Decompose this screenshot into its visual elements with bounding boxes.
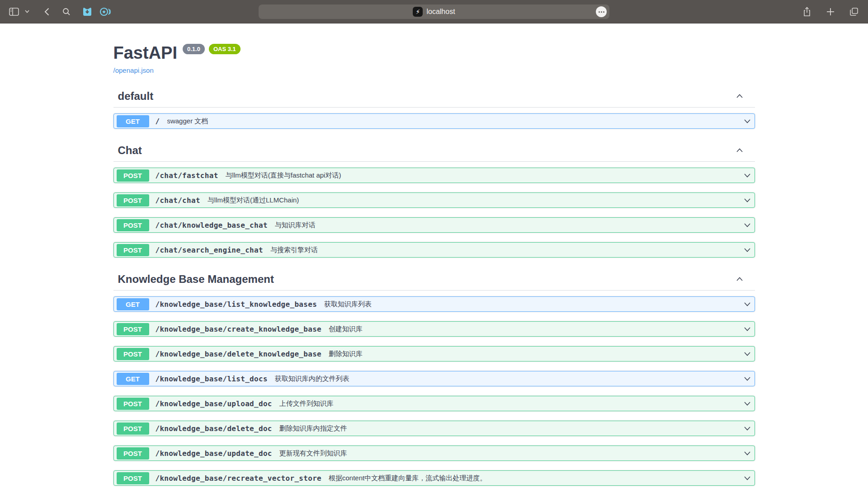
section-header[interactable]: default — [113, 88, 755, 108]
extension-bookmark-icon — [82, 6, 92, 17]
endpoint-description: 与知识库对话 — [275, 221, 316, 230]
more-options-icon — [599, 11, 604, 13]
more-options-button[interactable] — [596, 6, 607, 17]
endpoint-path: /chat/knowledge_base_chat — [156, 221, 268, 230]
sidebar-menu-button[interactable] — [24, 5, 31, 19]
expand-icon[interactable] — [743, 245, 752, 254]
method-badge: GET — [117, 373, 149, 385]
expand-icon[interactable] — [743, 374, 752, 383]
method-badge: POST — [117, 323, 149, 335]
endpoint-path: /knowledge_base/upload_doc — [156, 399, 272, 408]
endpoint-description: 获取知识库内的文件列表 — [275, 375, 349, 383]
endpoint-description: 删除知识库内指定文件 — [279, 424, 347, 433]
expand-icon[interactable] — [743, 399, 752, 408]
method-badge: POST — [117, 447, 149, 460]
expand-icon[interactable] — [743, 171, 752, 180]
sidebar-toggle-icon — [9, 8, 19, 16]
collapse-icon[interactable] — [735, 275, 744, 284]
section-title: Knowledge Base Management — [118, 273, 274, 286]
sidebar-toggle-button[interactable] — [7, 5, 21, 19]
swagger-page: FastAPI 0.1.0 OAS 3.1 /openapi.json defa… — [0, 23, 868, 486]
method-badge: GET — [117, 298, 149, 310]
endpoint-path: /knowledge_base/delete_knowledge_base — [156, 350, 322, 358]
endpoint-row[interactable]: POST /knowledge_base/create_knowledge_ba… — [113, 321, 755, 337]
tab-overview-button[interactable] — [847, 5, 861, 19]
endpoint-row[interactable]: GET / swagger 文档 — [113, 113, 755, 129]
back-button[interactable] — [40, 5, 53, 19]
section-header[interactable]: Chat — [113, 142, 755, 162]
collapse-icon[interactable] — [735, 146, 744, 155]
api-title-text: FastAPI — [113, 43, 177, 63]
endpoint-path: /knowledge_base/update_doc — [156, 449, 272, 458]
browser-toolbar: ⚡ localhost — [0, 0, 868, 23]
expand-icon[interactable] — [743, 424, 752, 433]
tab-overview-icon — [849, 7, 859, 16]
chevron-down-icon — [25, 10, 29, 13]
endpoint-row[interactable]: POST /chat/chat 与llm模型对话(通过LLMChain) — [113, 192, 755, 208]
section-header[interactable]: Knowledge Base Management — [113, 271, 755, 291]
tag-section: Chat POST /chat/fastchat 与llm模型对话(直接与fas… — [113, 142, 755, 258]
page-title: FastAPI 0.1.0 OAS 3.1 — [113, 43, 755, 63]
extension-rings-button[interactable] — [99, 5, 112, 19]
oas-badge: OAS 3.1 — [209, 44, 241, 54]
address-bar-host: localhost — [426, 8, 455, 16]
api-sections: default GET / swagger 文档 Chat POST — [113, 88, 755, 486]
share-button[interactable] — [800, 5, 814, 19]
endpoint-description: 与llm模型对话(通过LLMChain) — [208, 196, 299, 205]
endpoint-path: /knowledge_base/create_knowledge_base — [156, 325, 322, 333]
endpoint-row[interactable]: GET /knowledge_base/list_docs 获取知识库内的文件列… — [113, 371, 755, 386]
expand-icon[interactable] — [743, 449, 752, 458]
section-title: Chat — [118, 144, 142, 157]
endpoint-description: 更新现有文件到知识库 — [279, 449, 347, 458]
method-badge: POST — [117, 169, 149, 182]
expand-icon[interactable] — [743, 300, 752, 309]
endpoint-description: 根据content中文档重建向量库，流式输出处理进度。 — [329, 474, 486, 483]
endpoint-list: GET / swagger 文档 — [113, 113, 755, 129]
endpoint-row[interactable]: POST /chat/knowledge_base_chat 与知识库对话 — [113, 217, 755, 233]
new-tab-button[interactable] — [824, 5, 837, 19]
method-badge: POST — [117, 398, 149, 410]
endpoint-row[interactable]: POST /knowledge_base/delete_doc 删除知识库内指定… — [113, 421, 755, 436]
method-badge: POST — [117, 194, 149, 206]
openapi-link[interactable]: /openapi.json — [113, 66, 154, 74]
endpoint-path: /knowledge_base/list_docs — [156, 375, 268, 383]
endpoint-row[interactable]: POST /chat/fastchat 与llm模型对话(直接与fastchat… — [113, 168, 755, 183]
version-badge: 0.1.0 — [183, 44, 205, 54]
endpoint-description: 与llm模型对话(直接与fastchat api对话) — [226, 171, 341, 180]
endpoint-row[interactable]: POST /knowledge_base/delete_knowledge_ba… — [113, 346, 755, 361]
endpoint-list: GET /knowledge_base/list_knowledge_bases… — [113, 296, 755, 486]
expand-icon[interactable] — [743, 474, 752, 483]
search-button[interactable] — [60, 5, 73, 19]
endpoint-row[interactable]: POST /knowledge_base/upload_doc 上传文件到知识库 — [113, 396, 755, 411]
endpoint-description: 与搜索引擎对话 — [270, 246, 318, 254]
endpoint-path: /chat/fastchat — [156, 171, 218, 180]
endpoint-path: /chat/search_engine_chat — [156, 246, 263, 254]
endpoint-path: /knowledge_base/list_knowledge_bases — [156, 300, 317, 309]
expand-icon[interactable] — [743, 221, 752, 230]
endpoint-row[interactable]: POST /knowledge_base/update_doc 更新现有文件到知… — [113, 446, 755, 461]
collapse-icon[interactable] — [735, 92, 744, 101]
method-badge: POST — [117, 472, 149, 484]
endpoint-row[interactable]: GET /knowledge_base/list_knowledge_bases… — [113, 296, 755, 312]
endpoint-list: POST /chat/fastchat 与llm模型对话(直接与fastchat… — [113, 168, 755, 258]
method-badge: POST — [117, 219, 149, 231]
extension-bookmark-button[interactable] — [80, 5, 94, 19]
new-tab-icon — [826, 8, 835, 16]
page-favicon: ⚡ — [413, 7, 423, 17]
method-badge: GET — [117, 115, 149, 127]
expand-icon[interactable] — [743, 349, 752, 358]
endpoint-path: /chat/chat — [156, 196, 200, 205]
expand-icon[interactable] — [743, 196, 752, 205]
back-icon — [44, 8, 49, 16]
method-badge: POST — [117, 422, 149, 435]
search-icon — [62, 8, 71, 16]
endpoint-path: / — [156, 117, 160, 126]
expand-icon[interactable] — [743, 324, 752, 333]
section-title: default — [118, 90, 154, 103]
expand-icon[interactable] — [743, 117, 752, 126]
endpoint-row[interactable]: POST /chat/search_engine_chat 与搜索引擎对话 — [113, 242, 755, 258]
method-badge: POST — [117, 244, 149, 256]
endpoint-row[interactable]: POST /knowledge_base/recreate_vector_sto… — [113, 470, 755, 486]
endpoint-description: 创建知识库 — [329, 325, 363, 333]
address-bar[interactable]: ⚡ localhost — [259, 5, 609, 19]
